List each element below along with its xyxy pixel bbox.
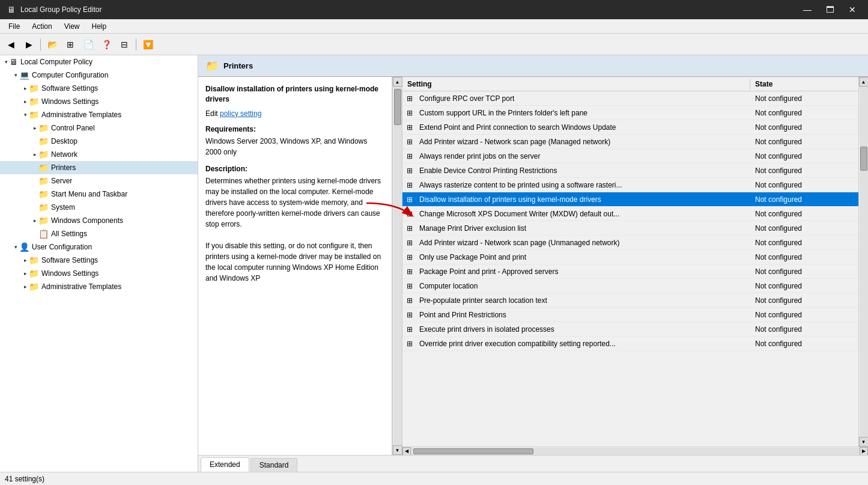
tree-item-software-settings-1[interactable]: 📁Software Settings [0,82,198,95]
tree-pane[interactable]: 🖥Local Computer Policy💻Computer Configur… [0,55,198,472]
tree-item-local-computer-policy[interactable]: 🖥Local Computer Policy [0,55,198,69]
settings-row-state: Not configured [750,138,858,146]
policy-setting-link[interactable]: policy setting [220,109,261,118]
h-scroll-left[interactable]: ◀ [402,447,411,456]
settings-h-scrollbar[interactable]: ◀ ▶ [402,447,868,455]
detail-scrollbar[interactable]: ▲ ▼ [392,77,402,455]
settings-row[interactable]: ⊞Extend Point and Print connection to se… [402,120,858,135]
menu-view[interactable]: View [58,21,86,32]
settings-row-state: Not configured [750,296,858,305]
tree-item-control-panel[interactable]: 📁Control Panel [0,121,198,135]
close-button[interactable]: ✕ [844,0,861,19]
tree-item-user-configuration[interactable]: 👤User Configuration [0,240,198,254]
tree-icon-administrative-templates: 📁 [29,109,39,120]
tab-extended[interactable]: Extended [201,457,249,472]
tree-item-system[interactable]: 📁System [0,201,198,214]
tree-item-windows-settings-1[interactable]: 📁Windows Settings [0,95,198,108]
settings-row[interactable]: ⊞Pre-populate printer search location te… [402,293,858,308]
window-controls: — 🗖 ✕ [798,0,861,19]
tree-arrow-network[interactable] [31,149,38,160]
menu-action[interactable]: Action [26,21,58,32]
tree-label-computer-configuration: Computer Configuration [32,70,108,81]
tree-item-administrative-templates-2[interactable]: 📁Administrative Templates [0,280,198,293]
maximize-button[interactable]: 🗖 [821,0,839,19]
header-folder-icon: 📁 [205,59,219,73]
settings-list[interactable]: ⊞Configure RPC over TCP portNot configur… [402,91,858,447]
tab-standard[interactable]: Standard [250,458,298,472]
tree-item-windows-components[interactable]: 📁Windows Components [0,214,198,227]
h-scroll-thumb[interactable] [413,448,533,454]
back-button[interactable]: ◀ [2,36,19,53]
tree-arrow-local-computer-policy[interactable] [2,56,10,67]
tree-arrow-computer-configuration[interactable] [12,70,19,81]
tree-arrow-user-configuration[interactable] [12,242,19,252]
tree-item-printers[interactable]: 📁Printers [0,161,198,174]
settings-row[interactable]: ⊞Configure RPC over TCP portNot configur… [402,91,858,106]
tree-arrow-administrative-templates[interactable] [22,109,29,120]
settings-row-icon: ⊞ [402,138,417,146]
settings-row[interactable]: ⊞Always rasterize content to be printed … [402,178,858,192]
tree-item-all-settings[interactable]: 📋All Settings [0,227,198,240]
settings-scroll-thumb[interactable] [860,147,867,171]
tree-item-computer-configuration[interactable]: 💻Computer Configuration [0,69,198,82]
folder-button[interactable]: 📂 [44,36,61,53]
detail-scroll-thumb[interactable] [394,89,401,125]
settings-row-name: Override print driver execution compatib… [417,340,750,348]
h-scroll-right[interactable]: ▶ [860,447,868,456]
tree-item-server[interactable]: 📁Server [0,174,198,188]
tree-item-software-settings-2[interactable]: 📁Software Settings [0,254,198,267]
tree-label-user-configuration: User Configuration [32,242,92,252]
tree-icon-user-configuration: 👤 [19,242,29,252]
settings-row[interactable]: ⊞Computer locationNot configured [402,279,858,293]
settings-scroll-up[interactable]: ▲ [859,77,869,87]
tree-item-network[interactable]: 📁Network [0,148,198,161]
tree-arrow-control-panel[interactable] [31,123,38,133]
settings-row[interactable]: ⊞Change Microsoft XPS Document Writer (M… [402,207,858,221]
help-button[interactable]: ❓ [98,36,115,53]
settings-row[interactable]: ⊞Custom support URL in the Printers fold… [402,106,858,120]
export-button[interactable]: 📄 [80,36,97,53]
tree-icon-printers: 📁 [38,162,49,173]
tree-arrow-software-settings-1[interactable] [22,83,29,94]
title-bar: 🖥 Local Group Policy Editor — 🗖 ✕ [0,0,868,19]
forward-button[interactable]: ▶ [20,36,37,53]
settings-row[interactable]: ⊞Always render print jobs on the serverN… [402,149,858,163]
minimize-button[interactable]: — [798,0,816,19]
tree-icon-windows-settings-2: 📁 [29,268,39,279]
detail-scroll-up[interactable]: ▲ [393,77,402,87]
filter-button[interactable]: 🔽 [139,36,156,53]
menu-help[interactable]: Help [86,21,113,32]
settings-scrollbar[interactable]: ▲ ▼ [858,77,868,447]
tree-arrow-windows-settings-2[interactable] [22,268,29,279]
settings-row-state: Not configured [750,166,858,175]
settings-row-name: Only use Package Point and print [417,253,750,261]
tree-icon-software-settings-1: 📁 [29,83,39,94]
settings-row[interactable]: ⊞Disallow installation of printers using… [402,192,858,207]
detail-scroll-down[interactable]: ▼ [393,445,402,455]
tree-icon-network: 📁 [38,149,49,160]
settings-scroll-down[interactable]: ▼ [859,437,869,447]
tree-arrow-software-settings-2[interactable] [22,255,29,266]
tree-item-desktop[interactable]: 📁Desktop [0,135,198,148]
tree-arrow-windows-settings-1[interactable] [22,96,29,107]
tree-icon-system: 📁 [38,202,49,213]
settings-row-name: Execute print drivers in isolated proces… [417,325,750,334]
settings-row[interactable]: ⊞Point and Print RestrictionsNot configu… [402,308,858,322]
settings-row[interactable]: ⊞Override print driver execution compati… [402,337,858,351]
settings-row[interactable]: ⊞Add Printer wizard - Network scan page … [402,236,858,250]
grid-button[interactable]: ⊞ [62,36,79,53]
tree-item-administrative-templates[interactable]: 📁Administrative Templates [0,108,198,121]
settings-row[interactable]: ⊞Package Point and print - Approved serv… [402,264,858,279]
view-button[interactable]: ⊟ [116,36,133,53]
settings-row[interactable]: ⊞Manage Print Driver exclusion listNot c… [402,221,858,236]
settings-row[interactable]: ⊞Only use Package Point and printNot con… [402,250,858,264]
tree-label-administrative-templates-2: Administrative Templates [41,281,121,292]
tree-item-start-menu-taskbar[interactable]: 📁Start Menu and Taskbar [0,188,198,201]
settings-row[interactable]: ⊞Execute print drivers in isolated proce… [402,322,858,337]
tree-arrow-administrative-templates-2[interactable] [22,281,29,292]
settings-row[interactable]: ⊞Add Printer wizard - Network scan page … [402,135,858,149]
menu-file[interactable]: File [2,21,26,32]
settings-row[interactable]: ⊞Enable Device Control Printing Restrict… [402,163,858,178]
tree-arrow-windows-components[interactable] [31,215,38,226]
tree-item-windows-settings-2[interactable]: 📁Windows Settings [0,267,198,280]
